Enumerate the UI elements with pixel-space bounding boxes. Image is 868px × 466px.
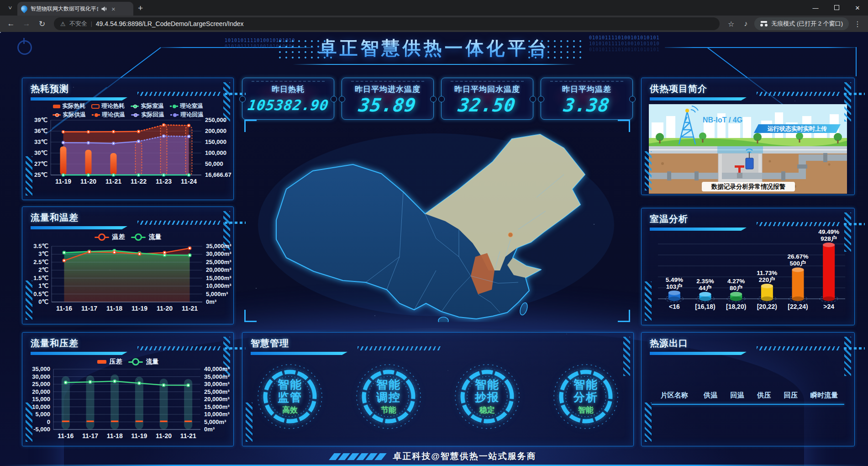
reload-button[interactable]: ↻ bbox=[36, 19, 48, 29]
window-restore-button[interactable] bbox=[826, 5, 847, 11]
outlet-column-header: 瞬时流量 bbox=[804, 391, 844, 400]
legend-item[interactable]: 理论热耗 bbox=[91, 102, 125, 110]
stat-value: 105382.90 bbox=[246, 95, 330, 116]
svg-text:2.5℃: 2.5℃ bbox=[33, 259, 48, 265]
legend-label: 流量 bbox=[149, 233, 162, 241]
power-icon[interactable] bbox=[17, 40, 32, 55]
china-map bbox=[244, 120, 630, 322]
svg-text:>24: >24 bbox=[823, 303, 834, 310]
svg-text:11-21: 11-21 bbox=[105, 178, 121, 185]
footer: 卓正科技@智慧供热一站式服务商 bbox=[0, 450, 868, 462]
stat-box: 昨日平均进水温度35.89 bbox=[342, 78, 434, 120]
tab-audio-icon[interactable] bbox=[101, 6, 107, 12]
management-label-line1: 智能 bbox=[573, 378, 598, 391]
flow-pressdiff-chart: 35,00040,000m³30,00035,000m³25,00030,000… bbox=[25, 365, 231, 447]
legend-label: 流量 bbox=[146, 358, 159, 366]
bookmark-star-icon[interactable]: ☆ bbox=[725, 20, 737, 28]
footer-text: 卓正科技@智慧供热一站式服务商 bbox=[393, 450, 537, 462]
svg-text:500户: 500户 bbox=[789, 259, 806, 267]
back-button[interactable]: ← bbox=[5, 19, 17, 28]
svg-text:5,000m³: 5,000m³ bbox=[204, 418, 226, 425]
media-controls-icon[interactable]: ♪ bbox=[740, 20, 752, 28]
svg-text:4.27%: 4.27% bbox=[727, 278, 745, 285]
legend-label: 实际热耗 bbox=[63, 102, 85, 110]
incognito-icon bbox=[760, 21, 768, 26]
flow-tempdiff-legend: 温差流量 bbox=[22, 233, 233, 241]
window-minimize-button[interactable]: — bbox=[805, 5, 826, 11]
svg-text:20,000m³: 20,000m³ bbox=[206, 266, 231, 273]
legend-item[interactable]: 压差 bbox=[97, 358, 122, 366]
svg-text:0℃: 0℃ bbox=[38, 298, 48, 305]
legend-item[interactable]: 流量 bbox=[128, 358, 159, 366]
browser-tab[interactable]: 智慧物联网大数据可视化平台 × bbox=[17, 2, 133, 16]
management-label-line1: 智能 bbox=[278, 378, 302, 391]
outlet-table-underline bbox=[652, 404, 844, 405]
svg-text:[22,24): [22,24) bbox=[788, 303, 808, 310]
stat-label: 昨日平均回水温度 bbox=[454, 84, 520, 95]
svg-text:250,000: 250,000 bbox=[205, 116, 226, 123]
svg-text:11.73%: 11.73% bbox=[757, 270, 777, 276]
svg-text:10,000m³: 10,000m³ bbox=[206, 282, 231, 289]
outlet-column-header: 片区名称 bbox=[652, 391, 697, 400]
svg-text:11-19: 11-19 bbox=[55, 178, 71, 185]
project-intro-illustration: NB-IoT / 4G 运行状态实时实时上传 数据记录分析异常情况报警 bbox=[649, 104, 847, 194]
stat-label: 昨日平均进水温度 bbox=[355, 84, 421, 95]
svg-text:44户: 44户 bbox=[699, 284, 712, 291]
binary-decoration-right: 0101011110100101010101101010111101001010… bbox=[589, 35, 659, 53]
stat-label: 昨日平均温差 bbox=[562, 84, 611, 95]
header-line-right bbox=[665, 47, 857, 48]
svg-text:11-24: 11-24 bbox=[181, 178, 197, 185]
svg-text:2.35%: 2.35% bbox=[696, 278, 714, 285]
svg-text:35,000m³: 35,000m³ bbox=[206, 243, 231, 249]
svg-text:40,000m³: 40,000m³ bbox=[204, 365, 230, 372]
svg-text:26.67%: 26.67% bbox=[788, 253, 809, 260]
svg-text:150,000: 150,000 bbox=[205, 138, 226, 145]
legend-item[interactable]: 流量 bbox=[131, 233, 162, 241]
svg-text:35,000: 35,000 bbox=[32, 365, 50, 372]
tab-search-button[interactable]: > bbox=[4, 1, 16, 14]
legend-label: 压差 bbox=[110, 358, 122, 366]
svg-text:2℃: 2℃ bbox=[38, 266, 48, 273]
url-text: 49.4.54.96:8898/LR_CodeDemo/LargeScreen/… bbox=[96, 20, 244, 27]
stat-box: 昨日平均回水温度32.50 bbox=[441, 78, 533, 120]
svg-text:20,000m³: 20,000m³ bbox=[204, 396, 230, 402]
legend-item[interactable]: 温差 bbox=[95, 233, 125, 241]
svg-text:36℃: 36℃ bbox=[34, 127, 47, 134]
svg-text:5,000m³: 5,000m³ bbox=[206, 291, 228, 297]
stat-box: 昨日热耗105382.90 bbox=[242, 78, 334, 120]
svg-text:103户: 103户 bbox=[666, 283, 683, 290]
svg-text:11-23: 11-23 bbox=[156, 178, 172, 185]
signal-beam bbox=[717, 146, 763, 154]
legend-item[interactable]: 理论室温 bbox=[170, 102, 203, 110]
svg-text:11-19: 11-19 bbox=[131, 432, 147, 440]
svg-text:11-20: 11-20 bbox=[156, 432, 172, 440]
incognito-badge[interactable]: 无痕模式 (已打开 2 个窗口) bbox=[754, 17, 849, 30]
incognito-label: 无痕模式 (已打开 2 个窗口) bbox=[771, 20, 843, 28]
svg-text:11-21: 11-21 bbox=[182, 305, 198, 312]
management-label-line2: 监管 bbox=[278, 391, 302, 403]
svg-text:1.5℃: 1.5℃ bbox=[33, 275, 48, 281]
management-label-line2: 抄报 bbox=[475, 391, 500, 403]
browser-menu-icon[interactable]: ⋮ bbox=[852, 20, 863, 28]
legend-item[interactable]: 实际热耗 bbox=[53, 102, 85, 110]
management-tag: 稳定 bbox=[479, 405, 495, 415]
forward-button[interactable]: → bbox=[20, 19, 33, 28]
svg-text:25,000m³: 25,000m³ bbox=[206, 259, 231, 265]
new-tab-button[interactable]: + bbox=[138, 3, 143, 13]
svg-text:11-22: 11-22 bbox=[131, 178, 147, 185]
svg-text:11-16: 11-16 bbox=[58, 432, 74, 440]
flow-tempdiff-chart: 3.5℃35,000m³3℃30,000m³2.5℃25,000m³2℃20,0… bbox=[25, 242, 231, 322]
window-controls: — ✕ bbox=[805, 0, 868, 16]
browser-toolbar: ← → ↻ ⚠ 不安全 | 49.4.54.96:8898/LR_CodeDem… bbox=[0, 16, 868, 32]
application-window: > 智慧物联网大数据可视化平台 × + — ✕ ← → ↻ ⚠ 不安全 | 49… bbox=[0, 0, 868, 466]
tab-close-icon[interactable]: × bbox=[110, 5, 116, 13]
svg-text:15,000m³: 15,000m³ bbox=[206, 275, 231, 281]
svg-text:11-18: 11-18 bbox=[107, 432, 123, 440]
title-underline bbox=[293, 64, 576, 65]
address-bar[interactable]: ⚠ 不安全 | 49.4.54.96:8898/LR_CodeDemo/Larg… bbox=[54, 17, 720, 30]
legend-item[interactable]: 实际室温 bbox=[131, 102, 164, 110]
window-close-button[interactable]: ✕ bbox=[847, 5, 868, 11]
flow-pressdiff-legend: 压差流量 bbox=[22, 358, 233, 366]
management-label-line2: 调控 bbox=[376, 391, 401, 403]
panel-flow-pressdiff: 流量和压差 压差流量 35,00040,000m³30,00035,000m³2… bbox=[22, 332, 234, 446]
